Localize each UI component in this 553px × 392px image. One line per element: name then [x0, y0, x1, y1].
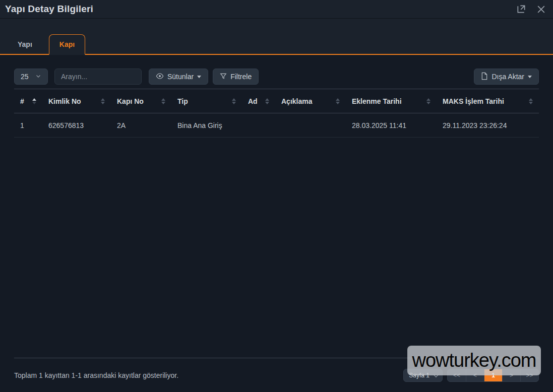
sort-arrows-icon — [265, 98, 269, 104]
sort-arrows-icon — [529, 98, 533, 104]
sort-arrows-icon — [32, 98, 36, 104]
export-button[interactable]: Dışa Aktar — [474, 69, 539, 85]
column-header-ad[interactable]: Ad — [242, 89, 275, 113]
open-in-new-window-icon[interactable] — [516, 4, 526, 14]
export-button-label: Dışa Aktar — [491, 73, 524, 81]
cell-ad — [242, 113, 275, 138]
page-size-select[interactable]: 25 — [14, 69, 48, 85]
cell-eklenme-tarihi: 28.03.2025 11:41 — [346, 113, 437, 138]
file-icon — [481, 72, 488, 82]
column-header-eklenme-tarihi[interactable]: Eklenme Tarihi — [346, 89, 437, 113]
cell-maks-islem-tarihi: 29.11.2023 23:26:24 — [437, 113, 539, 138]
column-header-maks-islem-tarihi[interactable]: MAKS İşlem Tarihi — [437, 89, 539, 113]
cell-tip: Bina Ana Giriş — [171, 113, 242, 138]
filter-button[interactable]: Filtrele — [213, 69, 259, 85]
header-icons — [516, 4, 546, 14]
columns-button-label: Sütunlar — [167, 73, 194, 81]
table-row[interactable]: 1 626576813 2A Bina Ana Giriş 28.03.2025… — [14, 113, 539, 138]
caret-down-icon — [528, 76, 532, 78]
chevron-down-icon — [35, 73, 41, 81]
tab-kapi[interactable]: Kapı — [49, 34, 85, 55]
watermark: wowturkey.com — [407, 346, 541, 375]
cell-index: 1 — [14, 113, 42, 138]
sort-arrows-icon — [232, 98, 236, 104]
cell-kapi-no: 2A — [111, 113, 171, 138]
columns-button[interactable]: Sütunlar — [149, 69, 208, 85]
empty-table-space — [14, 138, 539, 358]
column-header-tip[interactable]: Tip — [171, 89, 242, 113]
tab-bar: Yapı Kapı — [0, 19, 553, 55]
sort-arrows-icon — [426, 98, 431, 104]
page-title: Yapı Detay Bilgileri — [5, 4, 93, 15]
tab-content: 25 Sütunlar Filtrele — [0, 55, 553, 392]
cell-kimlik-no: 626576813 — [42, 113, 111, 138]
kapi-table: # Kimlik No Kapı No Tip Ad — [14, 89, 539, 138]
filter-button-label: Filtrele — [230, 73, 252, 81]
column-header-kimlik-no[interactable]: Kimlik No — [42, 89, 111, 113]
modal-header: Yapı Detay Bilgileri — [0, 0, 553, 19]
cell-aciklama — [275, 113, 346, 138]
sort-arrows-icon — [101, 98, 105, 104]
column-header-index[interactable]: # — [14, 89, 42, 113]
table-header-row: # Kimlik No Kapı No Tip Ad — [14, 89, 539, 113]
records-summary: Toplam 1 kayıttan 1-1 arasındaki kayıtla… — [14, 371, 178, 379]
eye-icon — [156, 72, 164, 82]
yapi-detay-modal: { "header": { "title": "Yapı Detay Bilgi… — [0, 0, 553, 392]
search-input[interactable] — [54, 69, 142, 85]
caret-down-icon — [197, 76, 201, 78]
sort-arrows-icon — [161, 98, 165, 104]
tab-yapi[interactable]: Yapı — [7, 34, 43, 54]
sort-arrows-icon — [336, 98, 340, 104]
close-icon[interactable] — [536, 5, 546, 14]
table-toolbar: 25 Sütunlar Filtrele — [14, 69, 539, 85]
column-header-kapi-no[interactable]: Kapı No — [111, 89, 171, 113]
page-size-value: 25 — [21, 73, 29, 81]
column-header-aciklama[interactable]: Açıklama — [275, 89, 346, 113]
funnel-icon — [220, 73, 227, 81]
